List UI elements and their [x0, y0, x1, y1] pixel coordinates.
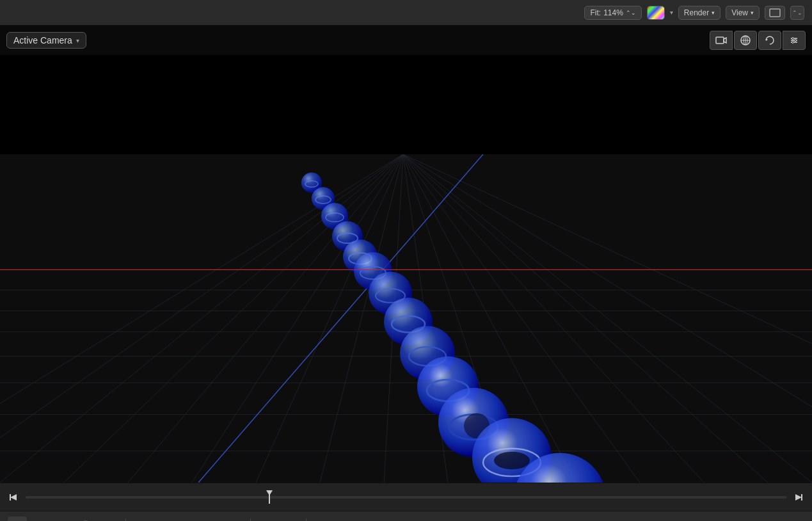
scene-svg	[0, 154, 812, 483]
view-chevron-icon: ▾	[751, 10, 754, 16]
camera-label: Active Camera	[13, 35, 72, 45]
fit-chevron: ⌃⌄	[626, 10, 636, 16]
svg-line-24	[0, 154, 403, 483]
separator-1	[125, 518, 126, 522]
options-icon[interactable]	[783, 31, 806, 50]
render-label: Render	[684, 8, 709, 17]
timeline-end-button[interactable]	[792, 490, 806, 504]
svg-marker-73	[795, 494, 802, 501]
select-chevron-button[interactable]: ▾	[31, 517, 50, 522]
separator-3	[306, 518, 306, 522]
svg-line-39	[403, 154, 812, 344]
pen-chevron-button[interactable]: ▾	[202, 517, 221, 522]
svg-rect-74	[801, 494, 802, 501]
camera-view-icon[interactable]	[710, 31, 733, 50]
color-picker-button[interactable]	[647, 6, 665, 20]
brush-tool-button[interactable]	[225, 517, 244, 522]
viewport-container: Active Camera ▾	[0, 26, 812, 483]
view-label: View	[731, 8, 748, 17]
rectangle-tool-button[interactable]	[132, 517, 152, 522]
camera-dropdown[interactable]: Active Camera ▾	[6, 32, 86, 49]
svg-marker-2	[724, 38, 726, 43]
fit-value: 114%	[603, 8, 623, 17]
viewport-toolbar: Active Camera ▾	[0, 26, 812, 55]
render-button[interactable]: Render ▾	[678, 6, 720, 20]
bottom-toolbar: ▾ ▾ ▾ ▾	[0, 511, 812, 521]
svg-line-27	[192, 154, 403, 483]
scene-area	[0, 55, 812, 483]
svg-rect-71	[10, 494, 11, 501]
mask-chevron-button[interactable]: ▾	[336, 517, 355, 522]
svg-line-25	[64, 154, 403, 483]
layout-chevron-icon[interactable]: ⌃⌄	[790, 6, 804, 20]
fit-label: Fit:	[590, 8, 601, 17]
svg-point-12	[795, 40, 797, 42]
svg-marker-7	[766, 38, 768, 41]
text-chevron-button[interactable]: ▾	[280, 517, 299, 522]
timeline-playhead[interactable]	[269, 491, 270, 504]
top-bar: Fit: 114% ⌃⌄ ▾ Render ▾ View ▾ ⌃⌄	[0, 0, 812, 26]
expand-button[interactable]	[785, 517, 804, 522]
separator-2	[250, 518, 251, 522]
timeline-bar	[0, 483, 812, 511]
red-horizon-line	[0, 269, 812, 270]
grid-area[interactable]	[0, 154, 812, 483]
timeline-track[interactable]	[26, 496, 786, 499]
render-chevron-icon: ▾	[712, 10, 715, 16]
orbit-tool-button[interactable]	[54, 517, 73, 522]
svg-marker-72	[266, 490, 273, 495]
svg-point-13	[792, 42, 794, 44]
camera-chevron-icon: ▾	[76, 37, 79, 44]
hand-chevron-button[interactable]: ▾	[100, 517, 119, 522]
window-icon[interactable]	[765, 6, 785, 20]
viewport-right-icons	[710, 31, 806, 50]
transform-icon[interactable]	[734, 31, 757, 50]
mask-tool-button[interactable]	[313, 517, 332, 522]
color-chevron-icon[interactable]: ▾	[670, 9, 673, 16]
reset-icon[interactable]	[758, 31, 781, 50]
svg-rect-1	[716, 37, 724, 44]
black-band	[0, 55, 812, 154]
svg-marker-70	[10, 494, 17, 501]
rectangle-chevron-button[interactable]: ▾	[155, 517, 175, 522]
fit-button[interactable]: Fit: 114% ⌃⌄	[584, 6, 641, 20]
svg-rect-0	[770, 9, 780, 17]
select-tool-button[interactable]	[8, 517, 27, 522]
svg-point-11	[792, 38, 794, 40]
text-tool-button[interactable]: T	[257, 517, 276, 522]
pen-tool-button[interactable]	[179, 517, 198, 522]
view-button[interactable]: View ▾	[726, 6, 760, 20]
svg-point-66	[494, 452, 530, 470]
timeline-start-button[interactable]	[6, 490, 20, 504]
hand-tool-button[interactable]	[77, 517, 96, 522]
